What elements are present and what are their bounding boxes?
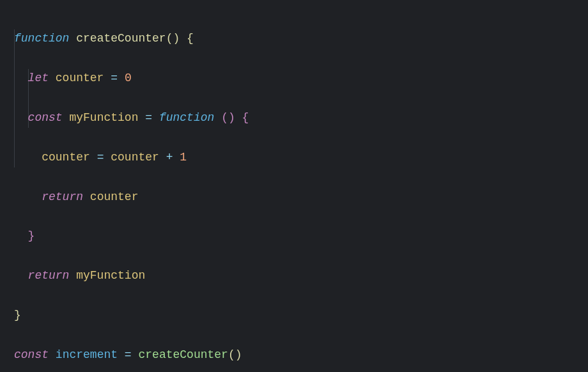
- keyword-function: function: [14, 32, 69, 45]
- paren-open: (: [221, 111, 228, 124]
- brace-open: {: [187, 32, 194, 45]
- brace-close: }: [14, 309, 21, 322]
- code-line: function createCounter() {: [14, 29, 588, 49]
- paren-open: (: [228, 348, 235, 361]
- keyword-return: return: [42, 190, 83, 203]
- operator-equals: =: [97, 151, 104, 164]
- paren-close: ): [228, 111, 235, 124]
- brace-close: }: [28, 229, 35, 242]
- number-literal: 0: [125, 72, 132, 84]
- operator-equals: =: [111, 72, 118, 84]
- code-line: }: [14, 306, 588, 325]
- variable: increment: [56, 348, 118, 361]
- keyword-let: let: [28, 72, 49, 84]
- paren-open: (: [166, 32, 173, 45]
- number-literal: 1: [180, 151, 187, 164]
- code-line: return myFunction: [14, 266, 588, 286]
- code-line: counter = counter + 1: [14, 148, 588, 167]
- variable: counter: [42, 151, 90, 164]
- code-line: const myFunction = function () {: [14, 108, 588, 128]
- operator-equals: =: [125, 348, 132, 361]
- keyword-const: const: [28, 111, 63, 124]
- variable: counter: [90, 190, 139, 203]
- code-line: let counter = 0: [14, 68, 588, 88]
- code-block: function createCounter() { let counter =…: [14, 9, 588, 372]
- variable: myFunction: [76, 269, 145, 282]
- keyword-const: const: [14, 348, 49, 361]
- paren-close: ): [235, 348, 242, 361]
- code-line: return counter: [14, 187, 588, 207]
- operator-equals: =: [145, 111, 152, 124]
- code-line: }: [14, 226, 588, 246]
- variable: counter: [111, 151, 159, 164]
- keyword-return: return: [28, 269, 70, 282]
- operator-plus: +: [166, 151, 173, 164]
- brace-open: {: [242, 111, 249, 124]
- variable: myFunction: [69, 111, 138, 124]
- keyword-function: function: [159, 111, 214, 124]
- paren-close: ): [173, 32, 180, 45]
- function-name: createCounter: [76, 32, 166, 45]
- function-call: createCounter: [138, 348, 228, 361]
- variable: counter: [56, 72, 104, 84]
- code-line: const increment = createCounter(): [14, 345, 588, 365]
